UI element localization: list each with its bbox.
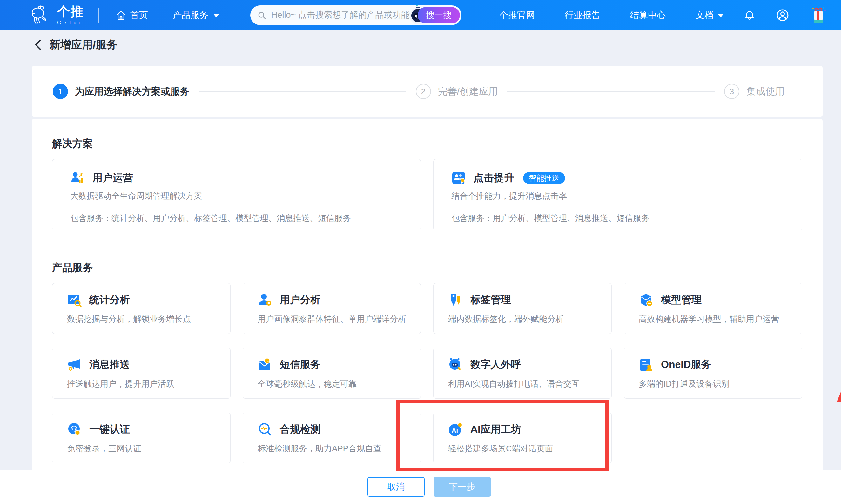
card-title: 标签管理 xyxy=(470,293,511,307)
chevron-down-icon xyxy=(213,14,219,17)
brand-name-cn: 个推 xyxy=(57,5,84,18)
sms-service-icon xyxy=(258,357,272,372)
step-connector xyxy=(507,91,715,92)
nav-products-menu[interactable]: 产品服务 xyxy=(173,9,219,21)
nav-home[interactable]: 首页 xyxy=(116,9,148,21)
card-services: 包含服务：用户分析、模型管理、消息推送、短信服务 xyxy=(451,213,784,224)
smart-push-badge: 智能推送 xyxy=(523,172,565,184)
header-search: 搜一搜 xyxy=(250,5,461,25)
link-official-site[interactable]: 个推官网 xyxy=(499,9,535,21)
product-card-message-push[interactable]: 消息推送 推送触达用户，提升用户活跃 xyxy=(52,348,231,399)
product-card-compliance-check[interactable]: 合规检测 标准检测服务，助力APP合规自查 xyxy=(243,413,421,463)
step-2-number: 2 xyxy=(416,84,431,99)
card-desc: 标准检测服务，助力APP合规自查 xyxy=(258,443,406,454)
card-desc: 轻松搭建多场景C端对话页面 xyxy=(448,443,597,454)
oneid-service-icon xyxy=(639,357,653,372)
link-docs-menu[interactable]: 文档 xyxy=(696,9,723,21)
solutions-grid: 用户运营 大数据驱动全生命周期管理解决方案 包含服务：统计分析、用户分析、标签管… xyxy=(52,159,802,230)
card-title: 用户运营 xyxy=(92,171,133,185)
product-card-ai-workshop[interactable]: Ai AI应用工坊 轻松搭建多场景C端对话页面 xyxy=(433,413,612,463)
search-submit-label: 搜一搜 xyxy=(426,10,452,21)
brand-name-en: GeTui xyxy=(57,20,84,25)
product-card-user-analysis[interactable]: 用户分析 用户画像洞察群体特征、单用户端详分析 xyxy=(243,283,421,334)
link-billing-center[interactable]: 结算中心 xyxy=(630,9,666,21)
search-input[interactable] xyxy=(270,10,411,20)
step-2-create-app: 2 完善/创建应用 xyxy=(416,84,498,99)
page-title: 新增应用/服务 xyxy=(50,37,117,52)
card-title: 合规检测 xyxy=(280,422,320,436)
ai-workshop-icon: Ai xyxy=(448,422,463,437)
products-grid: 统计分析 数据挖掘与分析，解锁业务增长点 用户分析 用户画像洞察群体特征、单用户… xyxy=(52,283,802,463)
getui-logo[interactable]: 个推 GeTui xyxy=(29,4,84,26)
notification-bell-button[interactable] xyxy=(744,10,755,21)
compliance-check-icon xyxy=(258,422,272,437)
step-connector xyxy=(199,91,406,92)
user-avatar-icon xyxy=(775,8,790,22)
account-avatar-button[interactable] xyxy=(775,8,790,22)
card-head: 用户分析 xyxy=(258,293,406,307)
empty-grid-slot xyxy=(624,413,802,463)
card-desc: 大数据驱动全生命周期管理解决方案 xyxy=(70,191,403,201)
user-analysis-icon xyxy=(258,293,272,307)
top-navbar: 个推 GeTui 首页 产品服务 xyxy=(0,0,841,30)
digital-human-call-icon xyxy=(448,357,463,372)
product-card-model-management[interactable]: 模型管理 高效构建机器学习模型，辅助用户运营 xyxy=(624,283,802,334)
card-desc: 端内数据标签化，端外赋能分析 xyxy=(448,313,597,325)
card-desc: 高效构建机器学习模型，辅助用户运营 xyxy=(639,313,787,325)
card-head: 统计分析 xyxy=(67,293,216,307)
product-card-oneid-service[interactable]: OneID服务 多端的ID打通及设备识别 xyxy=(624,348,802,399)
product-card-one-click-auth[interactable]: 一键认证 免密登录，三网认证 xyxy=(52,413,231,463)
card-title: 统计分析 xyxy=(89,293,130,307)
chevron-down-icon xyxy=(718,14,723,17)
card-head: 合规检测 xyxy=(258,422,406,437)
model-management-icon xyxy=(639,293,653,307)
chevron-left-icon xyxy=(33,39,42,51)
card-head: 标签管理 xyxy=(448,293,597,307)
solution-card-click-boost[interactable]: 点击提升 智能推送 结合个推能力，提升消息点击率 包含服务：用户分析、模型管理、… xyxy=(433,159,802,230)
bell-icon xyxy=(744,10,755,21)
card-title: OneID服务 xyxy=(661,358,711,372)
card-title: AI应用工坊 xyxy=(470,422,521,436)
card-head: Ai AI应用工坊 xyxy=(448,422,597,437)
card-head: 点击提升 智能推送 xyxy=(451,171,784,185)
next-step-button[interactable]: 下一步 xyxy=(434,477,491,497)
card-head: 用户运营 xyxy=(70,171,403,185)
step-3-integrate: 3 集成使用 xyxy=(724,84,785,99)
search-submit-button[interactable]: 搜一搜 xyxy=(418,7,460,23)
card-title: 一键认证 xyxy=(89,422,130,436)
product-card-sms-service[interactable]: 短信服务 全球毫秒级触达，稳定可靠 xyxy=(243,348,421,399)
stepper: 1 为应用选择解决方案或服务 2 完善/创建应用 3 集成使用 xyxy=(32,66,823,117)
link-industry-report[interactable]: 行业报告 xyxy=(565,9,600,21)
card-title: 用户分析 xyxy=(280,293,320,307)
card-title: 数字人外呼 xyxy=(470,358,521,372)
nav-products-label: 产品服务 xyxy=(173,9,208,21)
products-section-title: 产品服务 xyxy=(52,261,802,275)
search-icon xyxy=(257,11,266,20)
solutions-section-title: 解决方案 xyxy=(52,119,802,151)
card-head: OneID服务 xyxy=(639,357,787,372)
gift-icon xyxy=(810,6,827,24)
link-docs-label: 文档 xyxy=(696,9,713,21)
step-2-label: 完善/创建应用 xyxy=(438,85,498,98)
card-head: 短信服务 xyxy=(258,357,406,372)
card-divider xyxy=(70,206,403,207)
solution-card-user-operation[interactable]: 用户运营 大数据驱动全生命周期管理解决方案 包含服务：统计分析、用户分析、标签管… xyxy=(52,159,421,230)
card-title: 消息推送 xyxy=(89,358,130,372)
card-desc: 全球毫秒级触达，稳定可靠 xyxy=(258,378,406,390)
cancel-button[interactable]: 取消 xyxy=(367,477,425,497)
footer-actions: 取消 下一步 xyxy=(0,470,841,504)
product-card-stats-analysis[interactable]: 统计分析 数据挖掘与分析，解锁业务增长点 xyxy=(52,283,231,334)
card-desc: 用户画像洞察群体特征、单用户端详分析 xyxy=(258,313,406,325)
rewards-gift-button[interactable] xyxy=(810,6,827,24)
nav-home-label: 首页 xyxy=(130,9,148,21)
one-click-auth-icon xyxy=(67,422,82,437)
brand-text: 个推 GeTui xyxy=(57,5,84,25)
card-head: 数字人外呼 xyxy=(448,357,597,372)
back-button[interactable] xyxy=(33,39,42,51)
card-divider xyxy=(451,206,784,207)
getui-mascot-icon xyxy=(29,4,51,26)
card-desc: 利用AI实现自动拨打电话、语音交互 xyxy=(448,378,597,390)
product-card-digital-human-call[interactable]: 数字人外呼 利用AI实现自动拨打电话、语音交互 xyxy=(433,348,612,399)
product-card-tag-management[interactable]: 标签管理 端内数据标签化，端外赋能分析 xyxy=(433,283,612,334)
step-3-number: 3 xyxy=(724,84,739,99)
